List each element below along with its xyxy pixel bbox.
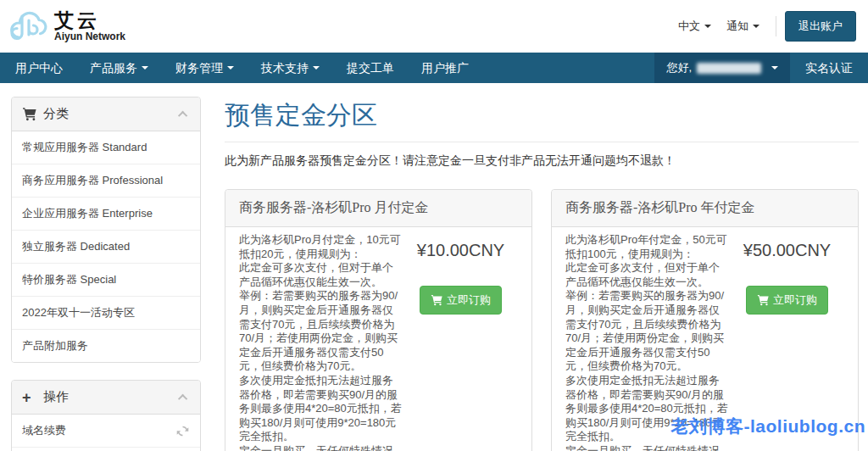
shopping-cart-icon <box>22 107 36 121</box>
product-card-title: 商务服务器-洛杉矶Pro 月付定金 <box>225 190 531 227</box>
price-label: ¥50.00CNY <box>728 241 846 260</box>
caret-down-icon <box>771 66 778 70</box>
caret-down-icon <box>313 66 320 70</box>
sidebar-item-label: 特价服务器 Special <box>22 272 190 287</box>
plus-icon: + <box>22 392 36 404</box>
navbar-right: 您好, 实名认证 <box>654 53 868 83</box>
product-description: 此为洛杉矶Pro月付定金，10元可抵扣20元，使用规则为： 此定金可多次支付，但… <box>239 233 402 451</box>
title-divider <box>225 142 859 142</box>
sidebar-item-label: 企业应用服务器 Enterprise <box>22 206 190 221</box>
notifications-label: 通知 <box>726 19 748 34</box>
notice-text: 此为新产品服务器预售定金分区！请注意定金一旦支付非产品无法开通问题均不退款！ <box>225 153 859 169</box>
product-card-body: 此为洛杉矶Pro月付定金，10元可抵扣20元，使用规则为： 此定金可多次支付，但… <box>225 227 531 451</box>
cloud-db-logo-icon <box>7 8 53 44</box>
caret-down-icon <box>142 66 148 70</box>
page-title: 预售定金分区 <box>225 98 859 133</box>
nav-item-support[interactable]: 技术支持 <box>248 53 333 83</box>
cart-icon <box>431 294 442 306</box>
nav-item-realname-verify[interactable]: 实名认证 <box>790 53 868 83</box>
sidebar-item-dedicated[interactable]: 独立服务器 Dedicated <box>12 230 200 263</box>
watermark: 老刘博客-laoliublog.cn <box>671 415 866 438</box>
sidebar-item-standard[interactable]: 常规应用服务器 Standard <box>12 131 200 164</box>
nav-label: 提交工单 <box>347 53 394 83</box>
order-now-label: 立即订购 <box>447 292 491 308</box>
sidebar-item-domain-renew[interactable]: 域名续费 <box>12 415 200 447</box>
nav-item-billing[interactable]: 财务管理 <box>162 53 248 83</box>
header-divider <box>776 16 776 36</box>
greeting-label: 您好, <box>666 60 692 75</box>
sidebar-item-special[interactable]: 特价服务器 Special <box>12 263 200 296</box>
nav-label: 用户中心 <box>15 53 63 83</box>
nav-item-products[interactable]: 产品服务 <box>76 53 162 83</box>
nav-item-affiliate[interactable]: 用户推广 <box>408 53 482 83</box>
caret-down-icon <box>704 25 711 28</box>
product-cards: 商务服务器-洛杉矶Pro 月付定金 此为洛杉矶Pro月付定金，10元可抵扣20元… <box>225 189 859 451</box>
caret-down-icon <box>753 25 760 28</box>
navbar-menu: 用户中心 产品服务 财务管理 技术支持 提交工单 用户推广 <box>0 53 482 83</box>
sidebar-item-label: 商务应用服务器 Professional <box>22 173 190 188</box>
nav-item-ticket[interactable]: 提交工单 <box>333 53 408 83</box>
nav-label: 技术支持 <box>261 53 309 83</box>
sidebar-item-label: 2022年双十一活动专区 <box>22 305 190 320</box>
actions-panel-title: 操作 <box>43 389 181 405</box>
top-header: 艾云 Aiyun Network 中文 通知 退出账户 <box>0 0 868 53</box>
brand-name-cn: 艾云 <box>54 10 125 31</box>
sidebar-item-double11[interactable]: 2022年双十一活动专区 <box>12 296 200 329</box>
main-panel: 预售定金分区 此为新产品服务器预售定金分区！请注意定金一旦支付非产品无法开通问题… <box>225 97 859 451</box>
sidebar-item-label: 域名续费 <box>22 423 175 438</box>
main-navbar: 用户中心 产品服务 财务管理 技术支持 提交工单 用户推广 您 <box>0 53 868 83</box>
logout-button[interactable]: 退出账户 <box>785 11 856 42</box>
logo[interactable]: 艾云 Aiyun Network <box>7 8 125 44</box>
category-panel: 分类 常规应用服务器 Standard 商务应用服务器 Professional… <box>11 97 201 363</box>
price-label: ¥10.00CNY <box>402 241 520 260</box>
header-actions: 中文 通知 退出账户 <box>670 11 856 42</box>
username-blurred <box>697 63 761 74</box>
sidebar-item-label: 独立服务器 Dedicated <box>22 239 190 254</box>
sidebar-item-professional[interactable]: 商务应用服务器 Professional <box>12 164 200 197</box>
order-now-label: 立即订购 <box>773 292 817 308</box>
refresh-icon <box>175 424 190 438</box>
sidebar-item-view-cart[interactable]: 查看购物车 <box>12 447 200 451</box>
page: 艾云 Aiyun Network 中文 通知 退出账户 用户中心 产品服务 <box>0 0 868 451</box>
product-card-title: 商务服务器-洛杉矶Pro 年付定金 <box>552 190 858 227</box>
nav-label: 产品服务 <box>90 53 137 83</box>
nav-label: 用户推广 <box>421 53 469 83</box>
product-card-monthly: 商务服务器-洛杉矶Pro 月付定金 此为洛杉矶Pro月付定金，10元可抵扣20元… <box>225 189 532 451</box>
notifications-menu[interactable]: 通知 <box>726 19 760 34</box>
caret-down-icon <box>227 66 234 70</box>
actions-panel-header[interactable]: + 操作 <box>12 381 200 415</box>
language-menu[interactable]: 中文 <box>678 19 711 34</box>
brand-text: 艾云 Aiyun Network <box>54 10 125 42</box>
user-menu[interactable]: 您好, <box>654 53 790 83</box>
order-now-button[interactable]: 立即订购 <box>746 286 828 315</box>
purchase-column: ¥10.00CNY 立即订购 <box>402 233 520 451</box>
sidebar-item-label: 产品附加服务 <box>22 338 190 354</box>
category-panel-header[interactable]: 分类 <box>12 97 200 131</box>
nav-label: 财务管理 <box>175 53 223 83</box>
sidebar-item-enterprise[interactable]: 企业应用服务器 Enterprise <box>12 197 200 230</box>
content-area: 分类 常规应用服务器 Standard 商务应用服务器 Professional… <box>0 83 868 451</box>
sidebar-item-label: 常规应用服务器 Standard <box>22 140 190 155</box>
sidebar: 分类 常规应用服务器 Standard 商务应用服务器 Professional… <box>11 97 201 451</box>
nav-item-user-center[interactable]: 用户中心 <box>2 53 76 83</box>
order-now-button[interactable]: 立即订购 <box>420 286 502 315</box>
actions-panel: + 操作 域名续费 查看购物车 <box>11 380 201 451</box>
category-panel-title: 分类 <box>43 106 181 122</box>
sidebar-item-addons[interactable]: 产品附加服务 <box>12 329 200 362</box>
brand-name-en: Aiyun Network <box>54 31 125 42</box>
language-label: 中文 <box>678 19 700 34</box>
product-card-yearly: 商务服务器-洛杉矶Pro 年付定金 此为洛杉矶Pro年付定金，50元可抵扣100… <box>551 189 859 451</box>
cart-icon <box>757 294 769 306</box>
